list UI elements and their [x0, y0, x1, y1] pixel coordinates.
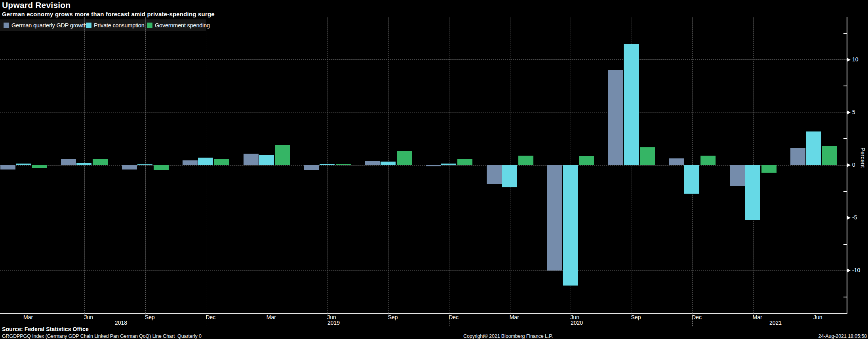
ticker-line: GRGDPPGQ Index (Germany GDP Chain Linked… — [2, 333, 202, 339]
bar-s0-Mar-2020 — [487, 165, 502, 184]
bar-s0-Mar-2019 — [244, 154, 259, 165]
bloomberg-chart-window: Upward Revision German economy grows mor… — [0, 0, 868, 339]
consumption-swatch-icon — [86, 23, 91, 28]
bar-s2-Jun-2019 — [336, 164, 351, 165]
bar-s1-Mar-2018 — [16, 164, 31, 165]
bar-s2-Mar-2020 — [518, 156, 533, 165]
bar-s1-Sep-2019 — [381, 162, 396, 165]
y-axis-major-tick — [847, 163, 851, 167]
gridline-x-Jun-2018 — [84, 17, 85, 313]
year-separator — [206, 313, 206, 326]
bar-s1-Dec-2020 — [684, 165, 699, 194]
gridline-y--5 — [0, 218, 847, 218]
year-separator — [449, 313, 449, 326]
y-axis-major-tick — [847, 269, 851, 272]
timestamp: 24-Aug-2021 18:05:58 — [819, 333, 867, 339]
y-axis-tick-label: -5 — [852, 214, 857, 221]
year-separator — [692, 313, 693, 326]
bar-s0-Jun-2019 — [304, 165, 319, 170]
year-label: 2021 — [769, 320, 782, 326]
gridline-x-Sep-2019 — [388, 17, 389, 313]
x-tick-label: Dec — [206, 314, 215, 320]
bar-s1-Mar-2020 — [502, 165, 517, 187]
y-axis-tick-label: 10 — [852, 56, 858, 63]
x-tick-label: Sep — [145, 314, 155, 320]
legend-label-government: Government spending — [155, 22, 210, 29]
x-axis-line — [0, 313, 847, 314]
bar-s1-Jun-2019 — [320, 164, 335, 165]
legend-item-consumption: Private consumption — [86, 19, 145, 31]
y-axis-minor-tick — [843, 138, 847, 139]
bar-s1-Jun-2018 — [76, 163, 91, 165]
source-text: Source: Federal Statistics Office — [2, 326, 89, 332]
bar-s1-Sep-2020 — [624, 44, 639, 165]
y-axis-major-tick — [847, 216, 851, 220]
bar-s0-Sep-2020 — [608, 70, 623, 165]
bar-s1-Jun-2021 — [806, 131, 821, 165]
gridline-x-Dec-2019 — [449, 17, 449, 313]
gridline-x-Dec-2018 — [206, 17, 206, 313]
y-axis-minor-tick — [843, 191, 847, 192]
y-axis-tick-label: 5 — [852, 109, 855, 115]
bar-s0-Jun-2020 — [547, 165, 562, 270]
bar-s0-Mar-2021 — [730, 165, 745, 186]
copyright-text: Copyright© 2021 Bloomberg Finance L.P. — [463, 333, 553, 339]
gridline-x-Jun-2019 — [327, 17, 328, 313]
gridline-y--10 — [0, 270, 847, 271]
legend-item-gdp: German quarterly GDP growth — [4, 19, 87, 31]
year-label: 2019 — [327, 320, 340, 326]
gridline-y-5 — [0, 112, 847, 112]
bar-s0-Dec-2019 — [426, 165, 441, 166]
y-axis-tick-label: 0 — [852, 162, 855, 168]
legend-label-gdp: German quarterly GDP growth — [11, 22, 87, 29]
bar-s2-Mar-2018 — [32, 165, 47, 168]
bar-s0-Jun-2021 — [790, 148, 805, 165]
gridline-x-Mar-2019 — [267, 17, 267, 313]
bar-s1-Dec-2019 — [441, 164, 456, 165]
x-tick-label: Jun — [84, 314, 93, 320]
bar-s2-Jun-2020 — [579, 156, 594, 165]
bar-s0-Sep-2018 — [122, 165, 137, 170]
y-axis-title: Percent — [860, 147, 866, 168]
bar-s2-Mar-2021 — [761, 165, 777, 173]
y-axis-minor-tick — [843, 297, 847, 297]
y-axis-tick-label: -10 — [852, 267, 860, 273]
bar-s1-Dec-2018 — [198, 158, 213, 165]
bar-s1-Mar-2019 — [259, 155, 274, 165]
bar-s2-Sep-2019 — [397, 151, 412, 165]
bar-s2-Dec-2019 — [457, 159, 472, 165]
bar-s1-Mar-2021 — [745, 165, 760, 220]
bar-s0-Jun-2018 — [61, 159, 76, 165]
year-label: 2018 — [115, 320, 127, 326]
bar-s0-Dec-2020 — [669, 158, 684, 165]
bar-s2-Dec-2020 — [700, 156, 716, 165]
y-axis-minor-tick — [843, 33, 847, 34]
bar-s1-Sep-2018 — [137, 164, 152, 165]
x-tick-label: Mar — [510, 314, 519, 320]
bar-s0-Mar-2018 — [0, 165, 15, 170]
x-tick-label: Dec — [449, 314, 459, 320]
x-tick-label: Sep — [388, 314, 398, 320]
gridline-y-10 — [0, 59, 847, 60]
bar-s2-Sep-2020 — [640, 147, 655, 165]
gridline-x-Jun-2021 — [814, 17, 814, 313]
y-axis-minor-tick — [843, 244, 847, 245]
y-axis-major-tick — [847, 110, 851, 114]
bar-s2-Mar-2019 — [275, 145, 290, 165]
chart-subtitle: German economy grows more than forecast … — [2, 11, 215, 17]
x-tick-label: Mar — [753, 314, 762, 320]
gridline-x-Mar-2018 — [24, 17, 24, 313]
y-axis-minor-tick — [843, 86, 847, 86]
bar-s0-Sep-2019 — [365, 161, 380, 165]
y-axis-major-tick — [847, 58, 851, 62]
bar-s2-Sep-2018 — [154, 165, 169, 170]
bar-s1-Jun-2020 — [563, 165, 578, 286]
bar-s2-Jun-2021 — [822, 146, 837, 165]
bar-s2-Dec-2018 — [214, 159, 229, 165]
x-tick-label: Dec — [692, 314, 702, 320]
x-tick-label: Sep — [631, 314, 641, 320]
legend-item-government: Government spending — [147, 19, 210, 31]
government-swatch-icon — [147, 23, 152, 28]
bar-s2-Jun-2018 — [93, 159, 108, 165]
chart-title: Upward Revision — [2, 0, 70, 10]
